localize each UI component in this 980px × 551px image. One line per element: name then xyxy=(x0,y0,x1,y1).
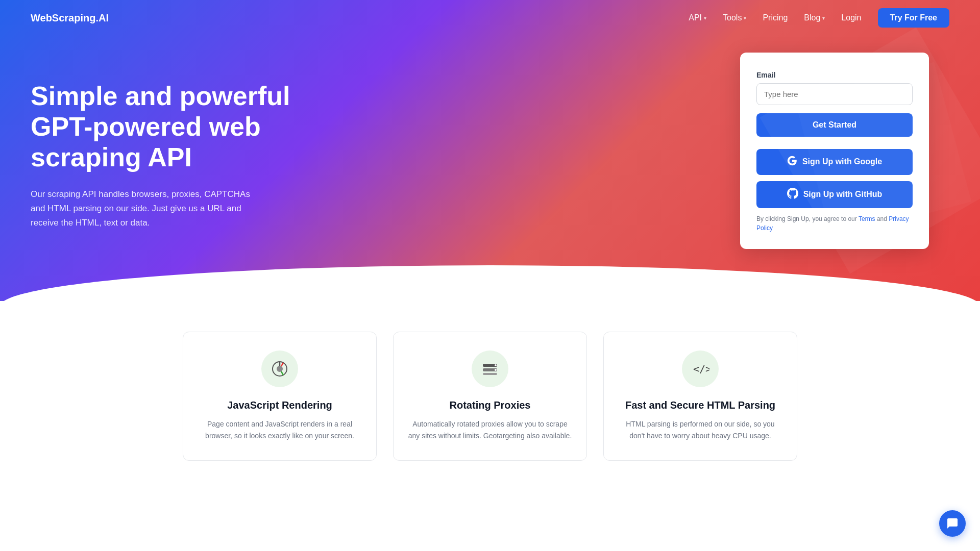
feature-desc-0: Page content and JavaScript renders in a… xyxy=(198,418,362,442)
hero-content: Simple and powerful GPT-powered web scra… xyxy=(31,71,316,230)
feature-title-1: Rotating Proxies xyxy=(450,399,531,411)
svg-line-6 xyxy=(281,371,283,375)
navbar: WebScraping.AI API ▾ Tools ▾ Pricing Blo… xyxy=(0,0,980,36)
code-icon: </> xyxy=(691,360,709,378)
nav-tools[interactable]: Tools ▾ xyxy=(723,13,746,22)
hero-title: Simple and powerful GPT-powered web scra… xyxy=(31,81,316,172)
hero-bg-decoration xyxy=(755,23,980,278)
nav-login[interactable]: Login xyxy=(841,13,861,22)
svg-point-11 xyxy=(495,369,497,371)
features-section: JavaScript Rendering Page content and Ja… xyxy=(0,301,980,481)
feature-card-js-rendering: JavaScript Rendering Page content and Ja… xyxy=(183,332,377,461)
proxies-icon-wrap xyxy=(472,350,508,387)
nav-blog[interactable]: Blog ▾ xyxy=(804,13,825,22)
chevron-down-icon: ▾ xyxy=(822,15,825,21)
feature-desc-2: HTML parsing is performed on our side, s… xyxy=(618,418,782,442)
feature-card-html-parsing: </> Fast and Secure HTML Parsing HTML pa… xyxy=(603,332,797,461)
feature-card-proxies: Rotating Proxies Automatically rotated p… xyxy=(393,332,587,461)
svg-point-10 xyxy=(495,364,497,366)
hero-section: Simple and powerful GPT-powered web scra… xyxy=(0,0,980,301)
nav-api[interactable]: API ▾ xyxy=(689,13,706,22)
try-for-free-button[interactable]: Try For Free xyxy=(878,8,949,28)
html-parsing-icon-wrap: </> xyxy=(682,350,719,387)
svg-point-3 xyxy=(277,366,283,372)
chevron-down-icon: ▾ xyxy=(744,15,746,21)
chrome-icon xyxy=(271,360,289,378)
proxies-icon xyxy=(481,360,499,378)
brand-logo[interactable]: WebScraping.AI xyxy=(31,12,109,24)
feature-title-2: Fast and Secure HTML Parsing xyxy=(625,399,775,411)
feature-title-0: JavaScript Rendering xyxy=(227,399,332,411)
nav-links: API ▾ Tools ▾ Pricing Blog ▾ Login Try F… xyxy=(689,8,949,28)
hero-description: Our scraping API handles browsers, proxi… xyxy=(31,187,265,230)
svg-line-5 xyxy=(281,363,283,366)
chevron-down-icon: ▾ xyxy=(704,15,706,21)
svg-text:</>: </> xyxy=(693,363,709,375)
svg-rect-9 xyxy=(483,373,497,375)
nav-pricing[interactable]: Pricing xyxy=(763,13,788,22)
js-rendering-icon-wrap xyxy=(261,350,298,387)
feature-desc-1: Automatically rotated proxies allow you … xyxy=(408,418,572,442)
